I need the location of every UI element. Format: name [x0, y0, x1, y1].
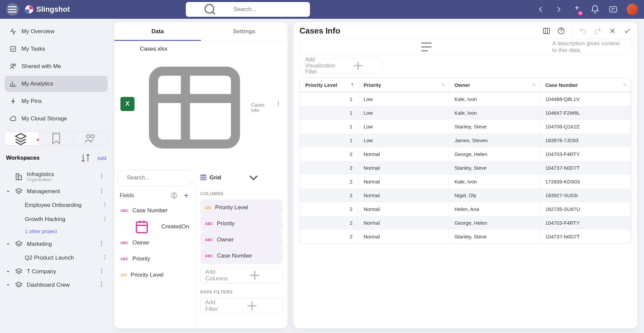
tab-data[interactable]: Data [114, 22, 201, 41]
svg-point-25 [105, 255, 106, 256]
grid-cell: Nigel, Oly [449, 188, 540, 202]
field-item[interactable]: 123Priority Level [118, 267, 192, 283]
workspace-child[interactable]: Employee Onboarding [5, 198, 108, 212]
grid-row[interactable]: 2NormalStanley, Steve104737-N0D7T [300, 161, 631, 175]
workspace-menu-button[interactable] [98, 268, 105, 276]
workspace-menu-button[interactable] [98, 187, 105, 196]
workspace-child[interactable]: Q2 Product Launch [5, 251, 108, 265]
workspace-item[interactable]: Dashboard Crew [5, 278, 108, 292]
grid-cell: 104737-N0D7T [540, 161, 631, 175]
sidebar-item-cloud[interactable]: My Cloud Storage [5, 111, 108, 127]
svg-point-23 [101, 243, 102, 244]
visualization-title[interactable]: Cases Info [300, 26, 538, 36]
tab-label: Data [152, 28, 164, 35]
nav-forward-button[interactable] [554, 5, 564, 14]
data-panel: Data Settings X Cases.xlsx Cases Info [114, 22, 287, 328]
grid-row[interactable]: 2NormalKale, Ivon172839-KDS03 [300, 175, 631, 188]
svg-point-15 [101, 192, 102, 193]
chat-button[interactable] [608, 5, 618, 14]
grid-row[interactable]: 2NormalGeorge, Helen104703-F4RTY [300, 147, 631, 161]
user-avatar[interactable] [627, 4, 638, 15]
add-label: Add [97, 155, 106, 161]
grid-header[interactable]: Priority [358, 78, 449, 92]
grid-cell: 2 [300, 175, 358, 188]
add-filter-button[interactable]: Add Filter [200, 298, 283, 314]
field-item[interactable]: ABCCase Number [118, 203, 192, 219]
grid-row[interactable]: 1LowStanley, Steve104706-Q1K2Z [300, 120, 631, 133]
sidebar-item-tasks[interactable]: My Tasks [5, 41, 108, 57]
grid-header[interactable]: Owner [449, 78, 540, 92]
workspace-item[interactable]: Management [5, 185, 108, 198]
grid-row[interactable]: 2NormalGeorge, Helen104703-F4RTY [300, 216, 631, 230]
file-menu-button[interactable] [275, 100, 281, 108]
help-icon[interactable] [557, 27, 565, 35]
workspace-more-link[interactable]: 1 other project [5, 226, 108, 237]
nav-back-button[interactable] [536, 5, 545, 14]
grid-cell: 2 [300, 188, 358, 202]
grid-row[interactable]: 1LowKale, Ivon104647-F2W6L [300, 106, 631, 120]
brain-icon[interactable] [170, 192, 178, 199]
sidebar-tab-layers[interactable] [5, 132, 39, 145]
users-icon [9, 63, 17, 70]
workspace-child-menu[interactable] [102, 255, 108, 262]
workspace-item[interactable]: Infragistics Organization [5, 168, 108, 185]
grid-row[interactable]: 2NormalStanley, Steve104737-N0D7T [300, 230, 631, 243]
sidebar-item-pins[interactable]: My Pins [5, 93, 108, 109]
sidebar-tab-people[interactable] [73, 132, 107, 145]
grid-row[interactable]: 2NormalNigel, Oly183927-SU03I [300, 188, 631, 202]
table-layout-icon[interactable] [542, 27, 550, 35]
redo-icon[interactable] [594, 27, 602, 35]
grid-row[interactable]: 2NormalHelen, Ana182735-SU97U [300, 202, 631, 216]
hamburger-button[interactable] [6, 3, 19, 16]
workspace-child-menu[interactable] [102, 202, 108, 209]
description-input[interactable]: A description gives context to this data [300, 39, 631, 55]
grid-cell: George, Helen [449, 216, 540, 230]
sparkle-button[interactable]: 4 [572, 5, 582, 14]
grid-cell: Kale, Ivon [449, 92, 540, 106]
workspace-item[interactable]: T Company [5, 265, 108, 278]
column-pill[interactable]: 123Priority Level [200, 200, 283, 216]
add-viz-filter-button[interactable]: Add Visualization Filter [300, 58, 383, 73]
global-search-input[interactable] [233, 6, 305, 13]
sidebar-tab-bookmark[interactable] [39, 132, 73, 145]
field-item[interactable]: CreatedOn [118, 219, 192, 235]
field-search-input[interactable] [127, 174, 198, 181]
sidebar-item-overview[interactable]: My Overview [5, 23, 108, 40]
plus-icon[interactable] [182, 192, 190, 199]
column-pill[interactable]: ABCOwner [200, 232, 283, 248]
svg-point-4 [11, 64, 13, 66]
grid-cell: 172839-KDS03 [540, 175, 631, 188]
tab-settings[interactable]: Settings [201, 22, 287, 41]
number-type-icon: 123 [120, 273, 126, 277]
filters-section-label: DATA FILTERS [200, 289, 283, 294]
workspace-menu-button[interactable] [98, 240, 105, 248]
workspace-menu-button[interactable] [98, 281, 105, 289]
grid-header[interactable]: Case Number [540, 78, 631, 92]
sidebar-item-shared[interactable]: Shared with Me [5, 58, 108, 74]
column-pill[interactable]: ABCPriority [200, 216, 283, 232]
sort-icon[interactable] [80, 152, 91, 164]
workspace-child-menu[interactable] [102, 216, 108, 223]
undo-icon[interactable] [579, 27, 587, 35]
sidebar-item-analytics[interactable]: My Analytics [5, 76, 108, 92]
column-pill[interactable]: ABCCase Number [200, 248, 283, 264]
svg-point-16 [105, 203, 106, 204]
visualization-picker[interactable]: Grid [200, 170, 283, 185]
close-icon[interactable] [608, 27, 616, 35]
bell-button[interactable] [590, 5, 600, 14]
workspace-menu-button[interactable] [98, 173, 105, 181]
field-item[interactable]: ABCPriority [118, 251, 192, 267]
field-item[interactable]: ABCOwner [118, 235, 192, 251]
global-search[interactable] [186, 2, 310, 17]
topbar: Slingshot 4 [0, 0, 644, 19]
check-icon[interactable] [623, 27, 631, 35]
workspace-item[interactable]: Marketing [5, 237, 108, 251]
grid-cell: Normal [358, 175, 449, 188]
field-search[interactable] [118, 170, 192, 186]
grid-header[interactable]: Priority Level [300, 78, 358, 92]
grid-row[interactable]: 1LowKale, Ivon104488-Q8L1V [300, 92, 631, 106]
workspace-child[interactable]: Growth Hacking [5, 212, 108, 226]
add-columns-button[interactable]: Add Columns [200, 267, 283, 283]
grid-row[interactable]: 1LowJames, Steven183976-7JD93 [300, 133, 631, 147]
add-workspace-button[interactable]: Add [96, 155, 106, 161]
